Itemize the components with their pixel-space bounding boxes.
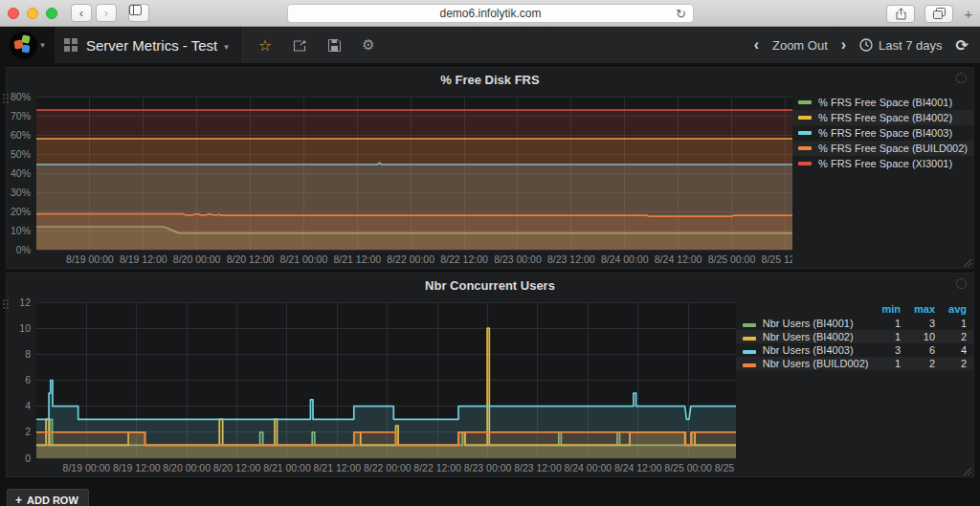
add-row-label: ADD ROW — [27, 495, 78, 506]
legend-series-label: Nbr Users (BI4003) — [763, 344, 854, 356]
fullscreen-window-button[interactable] — [46, 8, 57, 19]
concurrent-users-graph[interactable]: 8/19 00:008/19 12:008/20 00:008/20 12:00… — [7, 297, 736, 476]
legend-stat-header[interactable]: avg — [942, 302, 973, 317]
svg-text:8/21 00:00: 8/21 00:00 — [263, 462, 311, 473]
share-dashboard-button[interactable] — [293, 39, 307, 52]
svg-text:10: 10 — [19, 322, 31, 334]
svg-text:10%: 10% — [11, 225, 31, 236]
svg-text:0: 0 — [25, 452, 31, 464]
dashboard-canvas: % Free Disk FRS 8/19 00:008/19 12:008/20… — [0, 63, 980, 506]
legend-series-swatch-icon — [798, 100, 812, 104]
legend-item[interactable]: % FRS Free Space (BI4003) — [792, 125, 973, 141]
clock-icon — [859, 38, 873, 52]
svg-text:8/20 00:00: 8/20 00:00 — [163, 462, 211, 473]
add-row-button[interactable]: + ADD ROW — [7, 489, 89, 506]
panel-title[interactable]: Nbr Concurrent Users — [7, 274, 973, 297]
legend-item[interactable]: Nbr Users (BI4003)364 — [736, 343, 973, 357]
legend-stat-value: 3 — [907, 317, 942, 330]
svg-text:8/19 12:00: 8/19 12:00 — [113, 462, 161, 473]
legend-stat-value: 1 — [875, 317, 907, 330]
svg-text:8/24 12:00: 8/24 12:00 — [655, 253, 702, 265]
plus-icon: + — [15, 494, 22, 506]
svg-text:8/20 00:00: 8/20 00:00 — [173, 253, 221, 265]
zoom-out-button[interactable]: Zoom Out — [772, 38, 828, 53]
svg-text:8: 8 — [25, 348, 31, 360]
panel-resize-handle[interactable] — [963, 467, 971, 475]
svg-text:8/22 12:00: 8/22 12:00 — [413, 462, 461, 473]
legend-series-swatch-icon — [798, 131, 812, 135]
svg-text:8/23 12:00: 8/23 12:00 — [547, 253, 595, 265]
legend-series-label: % FRS Free Space (BUILD002) — [818, 143, 968, 154]
svg-text:2: 2 — [25, 426, 31, 437]
time-range-label: Last 7 days — [879, 38, 943, 53]
legend-item[interactable]: % FRS Free Space (XI3001) — [792, 156, 973, 171]
browser-back-button[interactable]: ‹ — [71, 4, 92, 22]
svg-text:8/25 00:00: 8/25 00:00 — [664, 462, 712, 473]
svg-text:8/20 12:00: 8/20 12:00 — [213, 462, 261, 473]
legend-series-swatch-icon — [743, 363, 756, 367]
legend-item[interactable]: % FRS Free Space (BI4001) — [792, 95, 973, 110]
refresh-dashboard-button[interactable]: ⟳ — [956, 36, 969, 55]
sidebar-toggle-button[interactable] — [128, 4, 149, 22]
legend-item[interactable]: % FRS Free Space (BI4002) — [792, 110, 973, 125]
share-page-button[interactable] — [886, 5, 915, 23]
svg-text:8/25 12:00: 8/25 12:00 — [715, 462, 736, 473]
svg-text:0%: 0% — [16, 244, 31, 255]
title-caret-icon: ▾ — [224, 39, 229, 52]
share-icon — [896, 8, 906, 20]
svg-text:8/23 12:00: 8/23 12:00 — [514, 462, 562, 473]
legend-series-swatch-icon — [743, 350, 756, 354]
settings-gear-button[interactable]: ⚙ — [362, 36, 374, 54]
panel-title[interactable]: % Free Disk FRS — [7, 68, 973, 91]
time-range-picker[interactable]: Last 7 days — [859, 38, 943, 53]
row-drag-handle[interactable] — [3, 299, 11, 309]
svg-text:70%: 70% — [11, 110, 31, 121]
time-shift-left-button[interactable]: ‹ — [754, 36, 759, 54]
dashboard-title-menu[interactable]: Server Metrics - Test ▾ — [55, 27, 243, 63]
tab-overview-button[interactable] — [924, 5, 953, 23]
svg-text:8/25 00:00: 8/25 00:00 — [708, 253, 756, 265]
svg-text:8/19 00:00: 8/19 00:00 — [63, 462, 111, 473]
save-dashboard-button[interactable] — [328, 39, 341, 52]
close-window-button[interactable] — [8, 8, 19, 19]
svg-text:8/24 00:00: 8/24 00:00 — [601, 253, 649, 265]
browser-forward-button[interactable]: › — [96, 4, 117, 22]
svg-text:4: 4 — [25, 400, 31, 411]
svg-text:8/22 00:00: 8/22 00:00 — [364, 462, 412, 473]
svg-text:8/25 12:00: 8/25 12:00 — [762, 253, 793, 265]
legend-stat-value: 2 — [942, 330, 973, 343]
svg-text:20%: 20% — [11, 206, 31, 217]
panel-resize-handle[interactable] — [963, 258, 971, 267]
time-shift-right-button[interactable]: › — [841, 36, 846, 54]
legend-item[interactable]: Nbr Users (BI4002)1102 — [736, 330, 973, 343]
legend-item[interactable]: % FRS Free Space (BUILD002) — [792, 141, 973, 156]
legend-item[interactable]: Nbr Users (BI4001)131 — [736, 317, 973, 330]
grafana-navbar: ▾ Server Metrics - Test ▾ ☆ ⚙ ‹ Zoom Ou — [0, 27, 980, 63]
address-bar[interactable]: demo6.infolytik.com ↻ — [287, 4, 694, 23]
svg-text:12: 12 — [19, 297, 31, 308]
legend-stat-header[interactable]: max — [907, 302, 942, 317]
legend-stat-value: 2 — [907, 357, 942, 370]
minimize-window-button[interactable] — [27, 8, 38, 19]
row-drag-handle[interactable] — [3, 94, 11, 103]
panel-free-disk-frs: % Free Disk FRS 8/19 00:008/19 12:008/20… — [6, 67, 974, 269]
legend-stat-header[interactable]: min — [875, 302, 907, 317]
free-disk-graph[interactable]: 8/19 00:008/19 12:008/20 00:008/20 12:00… — [7, 91, 792, 268]
legend-item[interactable]: Nbr Users (BUILD002)122 — [736, 357, 973, 370]
legend-series-swatch-icon — [743, 323, 756, 327]
svg-text:6: 6 — [25, 374, 31, 385]
svg-text:60%: 60% — [11, 129, 31, 141]
star-dashboard-button[interactable]: ☆ — [258, 36, 272, 55]
reload-icon[interactable]: ↻ — [676, 7, 686, 21]
panel-loading-spinner-icon — [956, 278, 967, 289]
legend-stat-value: 6 — [907, 343, 942, 357]
grafana-brand-menu[interactable]: ▾ — [0, 27, 55, 63]
dashboard-row-2: Nbr Concurrent Users 8/19 00:008/19 12:0… — [6, 273, 974, 477]
legend-series-swatch-icon — [798, 162, 812, 165]
legend-series-label: % FRS Free Space (BI4003) — [818, 127, 952, 139]
panel-concurrent-users: Nbr Concurrent Users 8/19 00:008/19 12:0… — [6, 273, 974, 477]
new-tab-button[interactable]: + — [963, 6, 974, 22]
export-icon — [293, 39, 307, 52]
graph-legend: % FRS Free Space (BI4001)% FRS Free Spac… — [792, 91, 973, 268]
svg-text:8/22 00:00: 8/22 00:00 — [387, 253, 434, 265]
